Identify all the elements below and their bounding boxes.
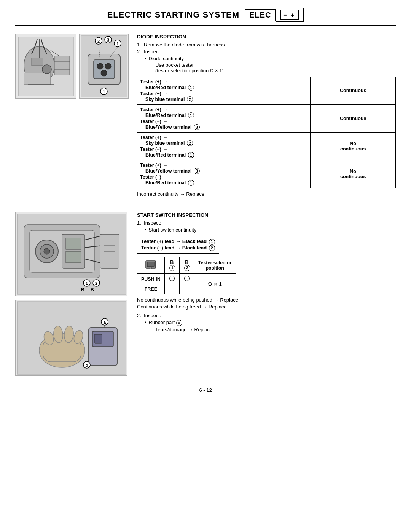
switch-free-b1	[164, 284, 179, 294]
diode-row4-result: Nocontinuous	[311, 160, 396, 188]
start-switch-note-1: No continuous while being pushed → Repla…	[137, 297, 396, 303]
start-switch-diagram-top: 1 2 B B	[15, 212, 127, 296]
svg-point-18	[105, 63, 111, 69]
switch-header-selector: Tester selectorposition	[194, 257, 236, 274]
start-switch-inspect-items: Start switch continuity	[145, 227, 396, 233]
svg-text:3: 3	[107, 38, 109, 42]
diode-row4-condition: Tester (+) → Blue/Yellow terminal 3 Test…	[137, 160, 311, 188]
table-row: Tester (+) → Blue/Yellow terminal 3 Test…	[137, 160, 396, 188]
svg-text:1: 1	[102, 89, 105, 94]
diode-diagram-left	[15, 34, 76, 99]
svg-rect-40	[66, 251, 81, 263]
svg-text:−: −	[283, 12, 287, 18]
switch-table-row-push: PUSH IN Ω × 1	[137, 274, 236, 284]
start-switch-steps: 1. Inspect: Start switch continuity	[137, 220, 396, 233]
diode-engine-svg	[16, 35, 75, 98]
switch-push-b2	[179, 274, 194, 284]
tester-icon	[145, 259, 156, 270]
battery-symbol: − +	[276, 8, 304, 22]
diode-row3-condition: Tester (+) → Sky blue terminal 2 Tester …	[137, 133, 311, 160]
svg-text:B: B	[91, 287, 94, 292]
start-switch-diagram-bottom: a o	[15, 300, 127, 376]
svg-text:2: 2	[97, 39, 99, 43]
start-switch-step2: 2. Inspect: Rubber part a Tears/damage →…	[137, 313, 396, 332]
diode-pocket-tester: Use pocket tester	[155, 62, 396, 68]
diode-diagram-right: 1 2 3 1	[79, 34, 129, 99]
switch-free-b2	[179, 284, 194, 294]
page-header: ELECTRIC STARTING SYSTEM ELEC − +	[15, 8, 396, 26]
diode-row2-condition: Tester (+) → Blue/Red terminal 1 Tester …	[137, 105, 311, 133]
switch-header-b1: B1	[164, 257, 179, 274]
tester-lead-line-1: Tester (+) lead → Black lead 1	[141, 238, 215, 245]
start-switch-content: START SWITCH INSPECTION 1. Inspect: Star…	[137, 212, 396, 335]
diode-inspect-items: Diode continuity Use pocket tester (test…	[145, 56, 396, 73]
diode-heading: DIODE INSPECTION	[137, 34, 396, 40]
svg-text:+: +	[291, 12, 294, 18]
svg-text:1: 1	[116, 42, 118, 46]
svg-point-37	[44, 248, 50, 254]
page: ELECTRIC STARTING SYSTEM ELEC − +	[0, 0, 411, 532]
table-row: Tester (+) → Sky blue terminal 2 Tester …	[137, 133, 396, 160]
svg-rect-11	[54, 56, 70, 75]
diode-bullet-1: Diode continuity	[145, 56, 396, 61]
elec-badge: ELEC − +	[245, 8, 304, 22]
svg-rect-6	[32, 58, 43, 66]
switch-table-header: B1 B2 Tester selectorposition	[137, 257, 236, 274]
diode-tester-position: (tester selection position Ω × 1)	[155, 68, 396, 73]
circle-indicator	[169, 276, 175, 281]
table-row: Tester (+) → Blue/Red terminal 1 Tester …	[137, 105, 396, 133]
svg-rect-5	[24, 73, 51, 85]
switch-push-b1	[164, 274, 179, 284]
page-number: 6 - 12	[15, 387, 396, 393]
rubber-part-text: Rubber part a	[149, 320, 182, 326]
start-switch-step2-label: 2. Inspect:	[137, 313, 396, 318]
diode-section: 1 2 3 1	[15, 34, 396, 201]
svg-text:1: 1	[85, 281, 88, 286]
diode-table: Tester (+) → Blue/Red terminal 1 Tester …	[137, 77, 396, 188]
diode-row1-result: Continuous	[311, 77, 396, 105]
diode-steps: 1. Remove the diode from wire harness. 2…	[137, 42, 396, 73]
svg-rect-71	[147, 262, 154, 267]
switch-icon-cell	[137, 257, 165, 274]
tester-lead-line-2: Tester (−) lead → Black lead 2	[141, 245, 215, 251]
start-switch-step-1: 1. Inspect:	[137, 220, 396, 226]
start-switch-step2-items: Rubber part a Tears/damage → Replace.	[145, 320, 396, 332]
diode-step-2: 2. Inspect:	[137, 49, 396, 54]
diode-row2-result: Continuous	[311, 105, 396, 133]
start-switch-diagrams: 1 2 B B	[15, 212, 129, 376]
switch-free-label: FREE	[137, 284, 165, 294]
diode-diagram-area: 1 2 3 1	[15, 34, 129, 201]
table-row: Tester (+) → Blue/Red terminal 1 Tester …	[137, 77, 396, 105]
circle-indicator	[184, 276, 190, 281]
start-switch-section: 1 2 B B	[15, 212, 396, 376]
start-switch-bullet-1: Start switch continuity	[145, 227, 396, 233]
start-switch-table: B1 B2 Tester selectorposition PUSH IN	[137, 257, 236, 294]
svg-text:2: 2	[95, 281, 97, 286]
diode-diagrams: 1 2 3 1	[15, 34, 129, 99]
svg-rect-39	[66, 238, 81, 249]
diode-row1-condition: Tester (+) → Blue/Red terminal 1 Tester …	[137, 77, 311, 105]
start-switch-step2-bullet-1: Rubber part a	[145, 320, 396, 326]
svg-point-17	[97, 63, 103, 69]
diode-component-svg: 1 2 3 1	[80, 35, 128, 98]
svg-point-72	[150, 267, 152, 269]
svg-text:B: B	[81, 287, 84, 292]
switch-push-label: PUSH IN	[137, 274, 165, 284]
svg-text:o: o	[85, 363, 88, 367]
start-switch-part-svg: a o	[16, 301, 127, 375]
svg-rect-64	[94, 334, 102, 343]
page-title: ELECTRIC STARTING SYSTEM	[107, 10, 240, 20]
diode-content: DIODE INSPECTION 1. Remove the diode fro…	[137, 34, 396, 201]
diode-note: Incorrect continuity → Replace.	[137, 191, 396, 197]
start-switch-engine-svg: 1 2 B B	[16, 213, 127, 295]
elec-label: ELEC	[245, 9, 276, 21]
svg-text:a: a	[103, 320, 106, 324]
tester-lead-box: Tester (+) lead → Black lead 1 Tester (−…	[137, 236, 219, 254]
start-switch-note-2: Continuous while being freed → Replace.	[137, 304, 396, 310]
diode-step-1: 1. Remove the diode from wire harness.	[137, 42, 396, 48]
omega-x1: Ω × 1	[208, 281, 222, 287]
start-switch-heading: START SWITCH INSPECTION	[137, 212, 396, 218]
start-switch-step2-bullet-2: Tears/damage → Replace.	[155, 327, 396, 332]
switch-push-selector: Ω × 1	[194, 274, 236, 294]
diode-row3-result: Nocontinuous	[311, 133, 396, 160]
